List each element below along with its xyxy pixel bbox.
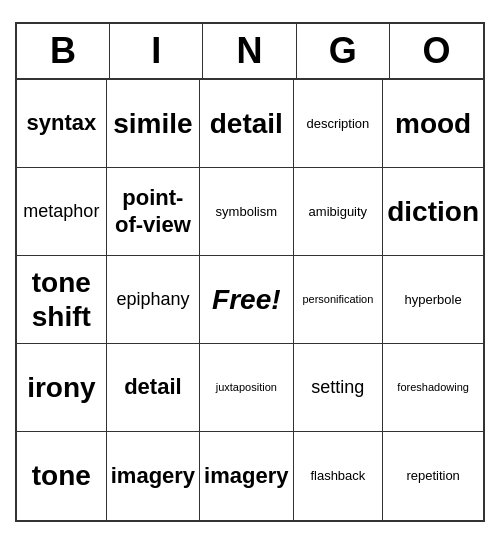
cell-r3-c3: setting — [294, 344, 384, 432]
cell-text: tone — [32, 459, 91, 493]
cell-r3-c1: detail — [107, 344, 200, 432]
cell-text: point-of-view — [111, 185, 195, 238]
cell-r0-c2: detail — [200, 80, 293, 168]
cell-r2-c3: personification — [294, 256, 384, 344]
cell-text: symbolism — [216, 204, 277, 220]
cell-r1-c4: diction — [383, 168, 483, 256]
cell-text: simile — [113, 107, 192, 141]
cell-text: detail — [124, 374, 181, 400]
cell-text: hyperbole — [405, 292, 462, 308]
cell-text: syntax — [27, 110, 97, 136]
cell-text: description — [306, 116, 369, 132]
cell-text: juxtaposition — [216, 381, 277, 394]
cell-text: mood — [395, 107, 471, 141]
cell-r2-c1: epiphany — [107, 256, 200, 344]
cell-r4-c3: flashback — [294, 432, 384, 520]
cell-r3-c2: juxtaposition — [200, 344, 293, 432]
bingo-header: BINGO — [17, 24, 483, 80]
bingo-card: BINGO syntaxsimiledetaildescriptionmoodm… — [15, 22, 485, 522]
cell-r0-c3: description — [294, 80, 384, 168]
cell-text: detail — [210, 107, 283, 141]
cell-r2-c0: tone shift — [17, 256, 107, 344]
cell-r1-c2: symbolism — [200, 168, 293, 256]
cell-text: flashback — [310, 468, 365, 484]
cell-r2-c2: Free! — [200, 256, 293, 344]
cell-text: Free! — [212, 284, 280, 316]
header-letter: G — [297, 24, 390, 78]
cell-r4-c1: imagery — [107, 432, 200, 520]
cell-text: amibiguity — [309, 204, 368, 220]
cell-r0-c1: simile — [107, 80, 200, 168]
bingo-grid: syntaxsimiledetaildescriptionmoodmetapho… — [17, 80, 483, 520]
header-letter: O — [390, 24, 483, 78]
cell-r3-c0: irony — [17, 344, 107, 432]
cell-text: repetition — [406, 468, 459, 484]
cell-r1-c1: point-of-view — [107, 168, 200, 256]
cell-text: diction — [387, 195, 479, 229]
cell-text: imagery — [204, 463, 288, 489]
cell-r3-c4: foreshadowing — [383, 344, 483, 432]
header-letter: N — [203, 24, 296, 78]
cell-text: foreshadowing — [397, 381, 469, 394]
cell-r4-c0: tone — [17, 432, 107, 520]
cell-r4-c2: imagery — [200, 432, 293, 520]
cell-r0-c4: mood — [383, 80, 483, 168]
cell-r0-c0: syntax — [17, 80, 107, 168]
cell-r1-c0: metaphor — [17, 168, 107, 256]
cell-text: imagery — [111, 463, 195, 489]
cell-r4-c4: repetition — [383, 432, 483, 520]
cell-text: tone shift — [21, 266, 102, 333]
cell-text: metaphor — [23, 201, 99, 223]
cell-text: epiphany — [116, 289, 189, 311]
header-letter: B — [17, 24, 110, 78]
cell-text: setting — [311, 377, 364, 399]
header-letter: I — [110, 24, 203, 78]
cell-text: irony — [27, 371, 95, 405]
cell-text: personification — [302, 293, 373, 306]
cell-r2-c4: hyperbole — [383, 256, 483, 344]
cell-r1-c3: amibiguity — [294, 168, 384, 256]
